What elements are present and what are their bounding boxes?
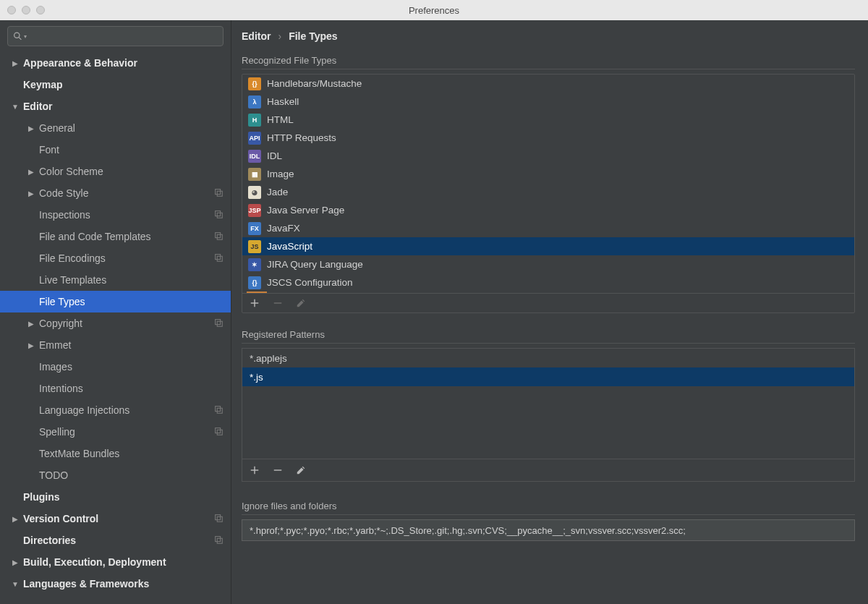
filetype-label: HTML <box>267 114 294 125</box>
tree-item-language-injections[interactable]: Language Injections <box>0 399 231 421</box>
filetype-icon: λ <box>248 95 261 109</box>
chevron-down-icon: ▼ <box>10 580 20 588</box>
tree-item-label: Spelling <box>39 426 75 438</box>
tree-item-label: File and Code Templates <box>39 231 151 242</box>
filetype-item[interactable]: ✶JIRA Query Language <box>242 255 854 273</box>
svg-line-1 <box>19 38 21 40</box>
tree-item-label: Intentions <box>39 383 83 394</box>
breadcrumb: Editor › File Types <box>242 20 855 55</box>
filetype-label: JSCS Configuration <box>267 277 353 288</box>
add-button[interactable] <box>250 298 260 308</box>
tree-item-keymap[interactable]: Keymap <box>0 74 231 95</box>
tree-item-label: Inspections <box>39 209 90 221</box>
chevron-right-icon: ▶ <box>26 341 36 349</box>
filetype-item[interactable]: JSPJava Server Page <box>242 201 854 219</box>
chevron-right-icon: ▶ <box>26 190 36 197</box>
scope-icon <box>213 535 224 547</box>
breadcrumb-root: Editor <box>242 30 271 42</box>
edit-button[interactable] <box>296 298 306 308</box>
tree-item-textmate-bundles[interactable]: TextMate Bundles <box>0 443 231 464</box>
main-panel: Editor › File Types Recognized File Type… <box>231 20 868 604</box>
filetype-item[interactable]: {}JSCS Configuration <box>242 273 854 292</box>
remove-button[interactable] <box>273 298 283 308</box>
filetype-item[interactable]: IDLIDL <box>242 147 854 165</box>
svg-rect-4 <box>216 210 221 216</box>
filetype-icon: {} <box>248 276 261 289</box>
edit-button[interactable] <box>296 465 306 475</box>
tree-item-label: Live Templates <box>39 274 106 286</box>
chevron-right-icon: ▶ <box>26 168 36 176</box>
filetype-item[interactable]: λHaskell <box>242 93 854 111</box>
svg-point-0 <box>14 33 20 38</box>
tree-item-label: Font <box>39 144 59 156</box>
tree-item-spelling[interactable]: Spelling <box>0 421 231 443</box>
filetype-label: Handlebars/Mustache <box>267 78 362 89</box>
chevron-right-icon: ▶ <box>26 124 36 132</box>
filetype-label: JavaFX <box>267 223 300 234</box>
tree-item-copyright[interactable]: ▶Copyright <box>0 312 231 334</box>
tree-item-label: Version Control <box>23 513 98 524</box>
tree-item-todo[interactable]: TODO <box>0 464 231 486</box>
tree-item-label: Editor <box>23 101 52 112</box>
tree-item-intentions[interactable]: Intentions <box>0 378 231 399</box>
tree-item-file-and-code-templates[interactable]: File and Code Templates <box>0 226 231 247</box>
chevron-right-icon: ▶ <box>10 59 20 67</box>
search-field[interactable]: ▾ <box>7 26 224 46</box>
ignore-input[interactable] <box>242 519 855 541</box>
scope-icon <box>213 513 224 525</box>
filetype-icon: JS <box>248 240 261 253</box>
add-button[interactable] <box>250 465 260 475</box>
tree-item-file-encodings[interactable]: File Encodings <box>0 247 231 269</box>
chevron-right-icon: ▶ <box>10 515 20 523</box>
tree-item-editor[interactable]: ▼Editor <box>0 95 231 117</box>
svg-rect-11 <box>217 321 222 326</box>
svg-rect-17 <box>217 516 222 522</box>
filetype-label: Haskell <box>267 96 299 107</box>
tree-item-build-execution-deployment[interactable]: ▶Build, Execution, Deployment <box>0 551 231 573</box>
pattern-item[interactable]: *.js <box>242 367 854 386</box>
tree-item-languages-frameworks[interactable]: ▼Languages & Frameworks <box>0 573 231 595</box>
window-title: Preferences <box>0 5 868 16</box>
ignore-header: Ignore files and folders <box>242 501 855 515</box>
filetype-icon: ✶ <box>248 258 261 271</box>
patterns-list-body[interactable]: *.applejs*.js <box>242 349 854 386</box>
tree-item-label: TextMate Bundles <box>39 448 119 459</box>
settings-tree[interactable]: ▶Appearance & BehaviorKeymap▼Editor▶Gene… <box>0 52 231 604</box>
svg-rect-3 <box>217 191 222 196</box>
recognized-list-body[interactable]: {}Handlebars/MustacheλHaskellHHTMLAPIHTT… <box>242 75 854 292</box>
filetype-icon: H <box>248 114 261 127</box>
tree-item-directories[interactable]: Directories <box>0 529 231 551</box>
tree-item-code-style[interactable]: ▶Code Style <box>0 182 231 204</box>
tree-item-label: Directories <box>23 535 76 546</box>
filetype-item[interactable]: ◕Jade <box>242 183 854 201</box>
tree-item-label: Color Scheme <box>39 166 103 177</box>
filetype-icon: IDL <box>248 150 261 163</box>
tree-item-label: File Types <box>39 296 85 307</box>
remove-button[interactable] <box>273 465 283 475</box>
search-input[interactable] <box>7 26 224 46</box>
tree-item-inspections[interactable]: Inspections <box>0 204 231 226</box>
tree-item-appearance-behavior[interactable]: ▶Appearance & Behavior <box>0 52 231 74</box>
filetype-item[interactable]: {}Handlebars/Mustache <box>242 75 854 93</box>
tree-item-font[interactable]: Font <box>0 139 231 161</box>
tree-item-label: Plugins <box>23 491 60 503</box>
tree-item-live-templates[interactable]: Live Templates <box>0 269 231 291</box>
pattern-item[interactable]: *.applejs <box>242 349 854 367</box>
svg-rect-18 <box>216 536 221 541</box>
tree-item-images[interactable]: Images <box>0 356 231 378</box>
tree-item-label: Build, Execution, Deployment <box>23 556 166 568</box>
filetype-label: JIRA Query Language <box>267 259 363 270</box>
tree-item-file-types[interactable]: File Types <box>0 291 231 312</box>
patterns-list: *.applejs*.js <box>242 348 855 482</box>
filetype-item[interactable]: APIHTTP Requests <box>242 129 854 147</box>
tree-item-version-control[interactable]: ▶Version Control <box>0 508 231 529</box>
filetype-item[interactable]: HHTML <box>242 111 854 129</box>
tree-item-general[interactable]: ▶General <box>0 117 231 139</box>
filetype-item[interactable]: ▦Image <box>242 165 854 183</box>
tree-item-color-scheme[interactable]: ▶Color Scheme <box>0 161 231 182</box>
tree-item-label: Code Style <box>39 187 88 199</box>
tree-item-plugins[interactable]: Plugins <box>0 486 231 508</box>
filetype-item[interactable]: JSJavaScript <box>242 237 854 255</box>
tree-item-emmet[interactable]: ▶Emmet <box>0 334 231 356</box>
filetype-item[interactable]: FXJavaFX <box>242 219 854 237</box>
